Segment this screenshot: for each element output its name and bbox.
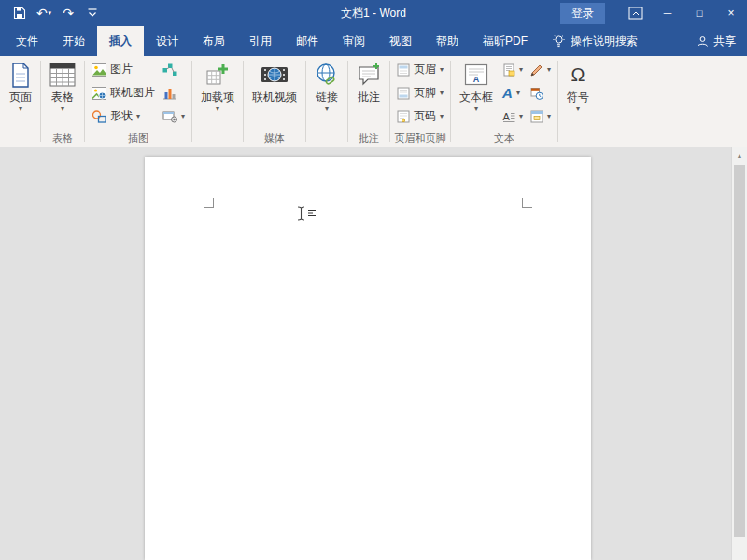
online-video-icon	[261, 61, 289, 89]
group-symbols: Ω 符号 ▾	[559, 57, 597, 147]
group-addins: 加载项 ▾	[193, 57, 242, 147]
pages-button[interactable]: 页面 ▾	[4, 58, 37, 113]
tab-insert[interactable]: 插入	[97, 26, 144, 56]
quick-parts-icon	[502, 63, 515, 77]
symbol-button-label: 符号	[567, 91, 589, 104]
redo-button[interactable]: ↷	[56, 3, 80, 23]
group-separator	[347, 61, 348, 142]
screenshot-button[interactable]: ▾	[159, 105, 189, 128]
window-controls: 登录 ─ □ ×	[560, 0, 747, 26]
group-separator	[40, 61, 41, 142]
table-button-label: 表格	[51, 91, 74, 104]
titlebar: ↶▾ ↷ 文档1 - Word 登录 ─ □ ×	[0, 0, 747, 26]
tab-mailings[interactable]: 邮件	[284, 26, 331, 56]
undo-icon: ↶	[36, 6, 48, 21]
tell-me-search[interactable]: 操作说明搜索	[553, 26, 638, 56]
customize-qat-icon	[87, 8, 98, 18]
textbox-button[interactable]: A 文本框 ▾	[454, 58, 499, 113]
tab-file[interactable]: 文件	[4, 26, 50, 56]
person-icon	[697, 35, 709, 48]
scrollbar-thumb[interactable]	[734, 165, 745, 537]
close-button[interactable]: ×	[715, 0, 747, 26]
group-illustrations: 图片 联机图片 形状 ▾	[86, 57, 190, 147]
header-button[interactable]: 页眉 ▾	[393, 58, 447, 81]
smartart-button[interactable]	[159, 58, 189, 81]
tab-view[interactable]: 视图	[377, 26, 424, 56]
symbol-button[interactable]: Ω 符号 ▾	[561, 58, 595, 113]
maximize-button[interactable]: □	[684, 0, 715, 26]
online-pictures-button[interactable]: 联机图片	[88, 81, 159, 105]
addins-button[interactable]: 加载项 ▾	[195, 58, 240, 113]
svg-text:A: A	[503, 110, 511, 121]
ribbon-display-options-icon	[628, 7, 643, 20]
group-comments: 批注 批注	[349, 57, 388, 147]
addins-icon	[205, 61, 230, 89]
group-media-label: 媒体	[247, 131, 303, 147]
group-media: 联机视频 媒体	[245, 57, 304, 147]
shapes-button[interactable]: 形状 ▾	[88, 105, 159, 128]
wordart-button[interactable]: A ▾	[499, 81, 527, 105]
tab-help[interactable]: 帮助	[424, 26, 471, 56]
quick-parts-dropdown-icon: ▾	[519, 66, 523, 74]
footer-button[interactable]: 页脚 ▾	[393, 81, 447, 105]
signature-line-dropdown-icon: ▾	[547, 66, 551, 74]
quick-parts-button[interactable]: ▾	[499, 58, 527, 81]
drop-cap-button[interactable]: A ▾	[499, 105, 527, 128]
header-icon	[397, 63, 410, 77]
symbol-dropdown-icon: ▾	[576, 105, 580, 113]
group-separator	[191, 61, 192, 142]
vertical-scrollbar[interactable]: ▲	[731, 147, 747, 560]
group-header-footer-label: 页眉和页脚	[393, 131, 447, 147]
tab-layout[interactable]: 布局	[190, 26, 237, 56]
header-dropdown-icon: ▾	[440, 66, 444, 74]
object-button[interactable]: ▾	[527, 105, 555, 128]
table-dropdown-icon: ▾	[61, 105, 64, 113]
group-separator	[389, 61, 390, 142]
undo-button[interactable]: ↶▾	[32, 3, 56, 23]
sign-in-button[interactable]: 登录	[560, 3, 605, 24]
ribbon-display-options-button[interactable]	[620, 0, 652, 26]
page-number-icon	[397, 110, 410, 123]
header-label: 页眉	[414, 62, 436, 77]
date-time-button[interactable]	[527, 81, 555, 105]
document-page[interactable]	[145, 157, 591, 560]
scroll-up-button[interactable]: ▲	[732, 147, 747, 163]
qat-customize-button[interactable]	[80, 3, 105, 23]
shapes-dropdown-icon: ▾	[136, 113, 140, 120]
tell-me-label: 操作说明搜索	[571, 34, 638, 49]
online-video-label: 联机视频	[252, 91, 297, 104]
save-button[interactable]	[7, 3, 32, 23]
margin-crop-mark-left	[204, 198, 214, 208]
tab-references[interactable]: 引用	[237, 26, 284, 56]
share-button[interactable]: 共享	[697, 26, 736, 56]
omega-icon: Ω	[571, 61, 585, 89]
margin-crop-mark-right	[522, 198, 532, 208]
pictures-button[interactable]: 图片	[88, 58, 159, 81]
tab-home[interactable]: 开始	[50, 26, 97, 56]
page-number-button[interactable]: 页码 ▾	[393, 105, 447, 128]
tab-design[interactable]: 设计	[144, 26, 190, 56]
page-number-dropdown-icon: ▾	[440, 113, 444, 120]
online-video-button[interactable]: 联机视频	[247, 58, 303, 104]
tab-foxit-pdf[interactable]: 福昕PDF	[471, 26, 540, 56]
comment-icon	[357, 61, 381, 89]
group-symbols-label	[561, 131, 595, 147]
minimize-button[interactable]: ─	[652, 0, 684, 26]
signature-pen-icon	[530, 63, 543, 77]
links-button[interactable]: 链接 ▾	[309, 58, 345, 113]
table-button[interactable]: 表格 ▾	[44, 58, 81, 113]
drop-cap-dropdown-icon: ▾	[519, 113, 523, 120]
comment-button[interactable]: 批注	[351, 58, 387, 104]
document-area: ▲	[0, 147, 747, 560]
links-dropdown-icon: ▾	[325, 105, 329, 113]
chart-button[interactable]	[159, 81, 189, 105]
date-time-icon	[530, 87, 543, 100]
wordart-icon: A	[502, 86, 513, 100]
links-button-label: 链接	[316, 91, 338, 104]
tab-review[interactable]: 审阅	[331, 26, 377, 56]
save-icon	[13, 7, 26, 20]
group-table-label: 表格	[44, 131, 81, 147]
group-header-footer: 页眉 ▾ 页脚 ▾ 页码 ▾ 页眉和页脚	[391, 57, 449, 147]
signature-line-button[interactable]: ▾	[527, 58, 555, 81]
paragraph-mark	[307, 207, 317, 220]
